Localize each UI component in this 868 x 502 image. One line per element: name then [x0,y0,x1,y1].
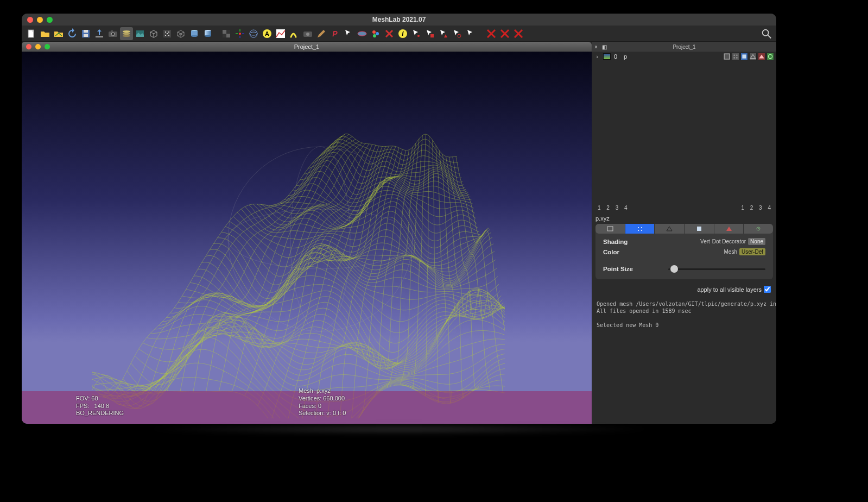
svg-point-65 [736,54,737,55]
select-faces-button[interactable] [356,27,369,40]
toggle-layer-dialog-button[interactable] [120,27,133,40]
layer-list[interactable]: › 0 p [592,52,776,204]
render-tab-wire[interactable] [655,224,685,234]
side-undock-icon[interactable]: ◧ [600,44,609,50]
edit-button[interactable] [315,27,328,40]
close-window-button[interactable] [27,17,33,23]
trackball-button[interactable] [247,27,260,40]
open-project-button[interactable] [39,27,52,40]
svg-point-17 [167,33,168,34]
save-project-button[interactable] [79,27,92,40]
numbar-right-2[interactable]: 2 [748,205,756,211]
svg-rect-75 [697,227,701,231]
minimize-window-button[interactable] [37,17,43,23]
light-button[interactable] [233,27,246,40]
render-tab-points[interactable] [625,224,655,234]
side-close-icon[interactable]: × [592,44,600,50]
cursor-b-button[interactable] [423,27,436,40]
color-value[interactable]: User-Def [739,248,765,255]
main-toolbar: A P i [22,26,776,42]
shading-mode-label: Dot Decorator [712,239,746,244]
render-tab-box[interactable] [595,224,625,234]
maximize-window-button[interactable] [47,17,53,23]
open-mesh-button[interactable] [52,27,65,40]
layer-mode-e-icon[interactable] [758,53,765,60]
align-button[interactable] [288,27,301,40]
layer-mode-b-icon[interactable] [732,53,739,60]
viewport-maximize-button[interactable] [45,44,50,49]
svg-point-16 [168,35,169,36]
points-render-button[interactable] [161,27,174,40]
apply-checkbox[interactable] [764,286,771,293]
bounding-box-button[interactable] [147,27,160,40]
svg-point-51 [458,34,461,37]
numbar-right-3[interactable]: 3 [757,205,764,211]
numbar-right-4[interactable]: 4 [765,205,773,211]
numbar-right-1[interactable]: 1 [739,205,746,211]
render-tabs [595,224,773,234]
raster-layers-button[interactable] [134,27,147,40]
svg-point-42 [372,30,376,34]
delete-mesh-button[interactable] [512,27,525,40]
paint-button[interactable]: P [328,27,341,40]
svg-point-10 [123,35,130,37]
viewport-panel: Project_1 FOV: 60 FPS: 140.8 BO_RENDERIN… [22,42,592,424]
viewport-close-button[interactable] [26,44,31,49]
info-button[interactable]: i [396,27,409,40]
wireframe-render-button[interactable] [174,27,187,40]
render-properties-panel: Shading Vert Dot Decorator None Color Me… [595,224,773,279]
delete-verts-button[interactable] [485,27,498,40]
render-tab-select[interactable] [714,224,744,234]
layer-mode-a-icon[interactable] [723,53,731,60]
layer-expand-icon[interactable]: › [594,53,600,60]
layer-mode-c-icon[interactable] [740,53,748,60]
svg-rect-26 [226,34,230,37]
apply-label: apply to all visible layers [697,286,762,293]
layer-mode-f-icon[interactable] [766,53,774,60]
numbar-left-2[interactable]: 2 [604,205,612,211]
svg-point-13 [165,32,166,33]
cursor-a-button[interactable] [410,27,423,40]
log-panel[interactable]: Opened mesh /Users/volzotan/GIT/tlpic/ge… [592,297,776,424]
flat-shading-button[interactable] [188,27,201,40]
camera-tool-button[interactable] [301,27,314,40]
numbar-left-4[interactable]: 4 [622,205,630,211]
numbar-left-1[interactable]: 1 [595,205,603,211]
export-mesh-button[interactable] [93,27,106,40]
layer-mode-d-icon[interactable] [749,53,757,60]
layer-index: 0 [614,53,620,60]
shading-key: Vert [700,239,710,244]
render-tab-solid[interactable] [685,224,714,234]
graph-button[interactable] [274,27,287,40]
point-size-slider[interactable] [668,265,765,273]
svg-point-61 [228,209,413,269]
viewport-stats-left: FOV: 60 FPS: 140.8 BO_RENDERING [76,395,124,417]
layer-row[interactable]: › 0 p [592,52,776,61]
select-vertices-button[interactable] [342,27,355,40]
snapshot-button[interactable] [106,27,119,40]
numbar-left-3[interactable]: 3 [613,205,621,211]
search-button[interactable] [760,27,773,40]
svg-point-20 [191,35,198,37]
render-tab-decor[interactable] [744,224,773,234]
svg-point-64 [733,54,734,55]
viewport-minimize-button[interactable] [35,44,41,49]
delete-faces-button[interactable] [498,27,511,40]
shading-mode-value[interactable]: None [748,238,765,245]
reload-button[interactable] [66,27,79,40]
new-project-button[interactable] [25,27,38,40]
cursor-e-button[interactable] [464,27,477,40]
svg-point-72 [641,227,642,228]
svg-text:P: P [332,29,338,38]
viewport-3d[interactable]: FOV: 60 FPS: 140.8 BO_RENDERING Mesh: p.… [22,52,592,424]
smooth-shading-button[interactable] [201,27,214,40]
cursor-d-button[interactable] [451,27,464,40]
select-none-button[interactable] [383,27,396,40]
svg-point-66 [733,57,734,58]
cursor-c-button[interactable] [437,27,450,40]
select-connected-button[interactable] [369,27,382,40]
point-size-label: Point Size [603,266,668,272]
layer-visibility-icon[interactable] [603,53,611,60]
texture-toggle-button[interactable] [220,27,233,40]
annotation-button[interactable]: A [261,27,274,40]
